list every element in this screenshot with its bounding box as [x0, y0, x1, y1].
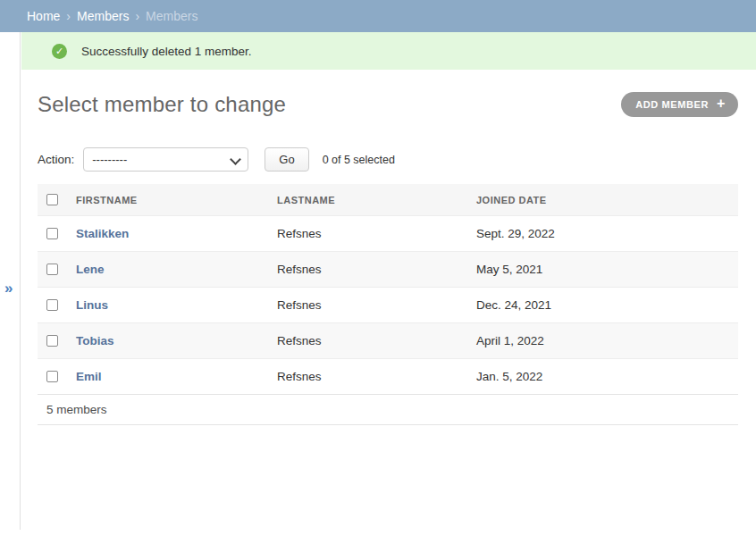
breadcrumb-separator: › — [135, 9, 139, 23]
table-row: Stalikken Refsnes Sept. 29, 2022 — [38, 216, 738, 252]
table-row: Emil Refsnes Jan. 5, 2022 — [38, 359, 738, 395]
column-header-lastname: Lastname — [277, 184, 476, 216]
lastname-cell: Refsnes — [277, 216, 476, 252]
success-message-text: Successfully deleted 1 member. — [81, 45, 252, 58]
go-button[interactable]: Go — [265, 147, 308, 172]
select-all-checkbox[interactable] — [46, 194, 58, 205]
breadcrumb-link-members[interactable]: Members — [77, 9, 129, 23]
page-title: Select member to change — [38, 92, 286, 117]
breadcrumb: Home › Members › Members — [0, 0, 756, 32]
joined-date-cell: Jan. 5, 2022 — [476, 359, 738, 395]
add-member-button[interactable]: ADD MEMBER + — [621, 92, 738, 117]
member-link[interactable]: Lene — [76, 263, 105, 276]
main-content: Select member to change ADD MEMBER + Act… — [21, 91, 756, 425]
row-checkbox[interactable] — [46, 371, 58, 382]
row-checkbox[interactable] — [46, 335, 58, 347]
lastname-cell: Refsnes — [277, 359, 476, 395]
table-row: Tobias Refsnes April 1, 2022 — [38, 323, 738, 359]
success-check-icon: ✓ — [52, 44, 67, 59]
success-message: ✓ Successfully deleted 1 member. — [21, 32, 756, 70]
collapsed-sidebar: » — [0, 32, 21, 530]
member-count: 5 members — [38, 394, 738, 425]
joined-date-cell: Sept. 29, 2022 — [476, 216, 738, 252]
members-table: Firstname Lastname Joined date Stalikken… — [38, 184, 738, 394]
joined-date-cell: Dec. 24, 2021 — [476, 288, 738, 323]
member-link[interactable]: Stalikken — [76, 227, 129, 240]
joined-date-cell: May 5, 2021 — [476, 252, 738, 288]
row-checkbox[interactable] — [46, 264, 58, 275]
column-header-firstname: Firstname — [76, 184, 277, 216]
member-link[interactable]: Emil — [76, 370, 102, 383]
action-label: Action: — [38, 153, 74, 166]
table-row: Lene Refsnes May 5, 2021 — [38, 252, 738, 288]
lastname-cell: Refsnes — [277, 252, 476, 288]
add-member-button-label: ADD MEMBER — [635, 99, 709, 110]
lastname-cell: Refsnes — [277, 288, 476, 323]
column-header-joined-date: Joined date — [476, 184, 738, 216]
joined-date-cell: April 1, 2022 — [476, 323, 738, 359]
action-select[interactable]: --------- — [83, 147, 248, 172]
table-header-row: Firstname Lastname Joined date — [38, 184, 738, 216]
table-row: Linus Refsnes Dec. 24, 2021 — [38, 288, 738, 323]
member-link[interactable]: Linus — [76, 298, 108, 312]
breadcrumb-separator: › — [66, 9, 71, 23]
member-link[interactable]: Tobias — [76, 334, 114, 347]
lastname-cell: Refsnes — [277, 323, 476, 359]
selection-counter: 0 of 5 selected — [323, 154, 395, 166]
sidebar-expand-toggle-icon[interactable]: » — [4, 280, 13, 296]
plus-icon: + — [717, 96, 726, 111]
breadcrumb-link-home[interactable]: Home — [27, 9, 60, 23]
row-checkbox[interactable] — [46, 228, 58, 239]
row-checkbox[interactable] — [46, 299, 58, 311]
breadcrumb-current: Members — [146, 9, 197, 23]
